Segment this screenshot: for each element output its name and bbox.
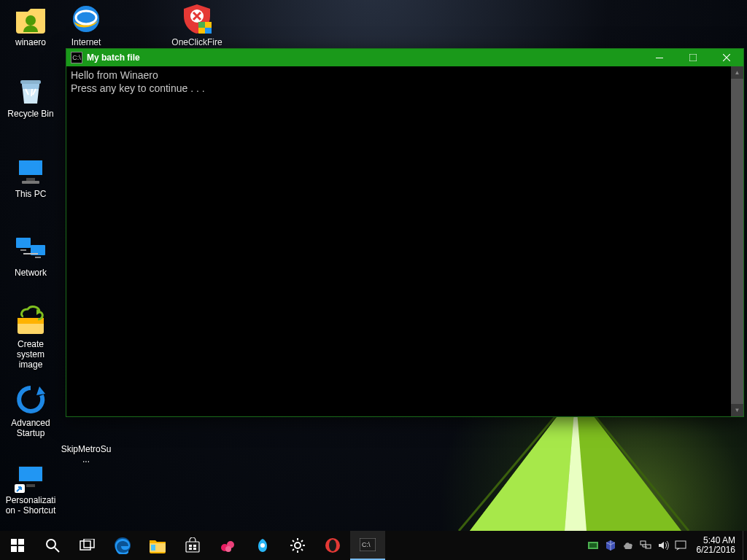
task-view-button[interactable]	[70, 531, 105, 560]
desktop-icon-network[interactable]: Network	[3, 232, 58, 279]
svg-point-47	[260, 543, 265, 548]
svg-rect-65	[676, 541, 686, 548]
console-line: Press any key to continue . . .	[71, 82, 739, 96]
clock-date: 6/21/2016	[697, 545, 735, 555]
svg-rect-43	[193, 548, 196, 550]
svg-rect-27	[689, 54, 697, 61]
svg-point-48	[295, 542, 301, 548]
close-button[interactable]	[710, 49, 743, 66]
tray-onedrive-icon[interactable]	[619, 531, 637, 560]
desktop-icon-label: winaero	[3, 38, 58, 48]
system-tray[interactable]: 5:40 AM 6/21/2016	[584, 531, 747, 560]
svg-rect-38	[151, 545, 155, 551]
svg-point-58	[329, 540, 336, 551]
svg-rect-31	[18, 546, 24, 552]
desktop-icon-recycle-bin[interactable]: Recycle Bin	[3, 73, 58, 120]
scroll-up-arrow[interactable]: ▲	[731, 66, 743, 79]
svg-rect-62	[589, 543, 597, 548]
tray-action-center-icon[interactable]	[672, 531, 689, 560]
svg-rect-5	[20, 80, 41, 84]
taskbar-store[interactable]	[175, 531, 210, 560]
desktop-icon-create-system-image[interactable]: Create system image	[3, 303, 58, 370]
desktop-icon-this-pc[interactable]: This PC	[3, 153, 58, 200]
tray-gpu-icon[interactable]	[584, 531, 602, 560]
svg-rect-10	[16, 238, 31, 248]
svg-line-56	[293, 549, 294, 551]
window-title: My batch file	[87, 52, 140, 63]
console-output[interactable]: Hello from Winaero Press any key to cont…	[66, 66, 743, 416]
command-prompt-window[interactable]: C:\ My batch file Hello from Winaero Pre…	[66, 48, 744, 417]
svg-rect-9	[22, 181, 39, 184]
scroll-track[interactable]	[731, 79, 743, 404]
svg-rect-34	[80, 541, 90, 550]
taskbar-app-pink[interactable]	[210, 531, 245, 560]
svg-rect-13	[35, 257, 41, 258]
user-folder-icon	[13, 1, 48, 36]
desktop-icon-label: SkipMetroSu...	[58, 445, 114, 465]
svg-rect-35	[84, 539, 94, 548]
refresh-icon	[13, 382, 48, 417]
scroll-down-arrow[interactable]: ▼	[731, 404, 743, 416]
minimize-button[interactable]	[643, 49, 676, 66]
svg-point-32	[47, 540, 55, 548]
svg-point-4	[26, 15, 36, 26]
taskbar-edge[interactable]	[105, 531, 140, 560]
svg-line-55	[301, 540, 303, 542]
svg-rect-18	[26, 484, 35, 487]
svg-rect-26	[656, 58, 663, 58]
svg-rect-30	[11, 546, 17, 552]
monitor-shortcut-icon	[13, 459, 48, 494]
start-button[interactable]	[0, 531, 35, 560]
console-line: Hello from Winaero	[71, 69, 739, 82]
svg-rect-40	[189, 545, 192, 547]
svg-rect-8	[26, 178, 35, 181]
taskbar[interactable]: C:\ 5:40 AM 6/21/2016	[0, 531, 747, 560]
taskbar-settings[interactable]	[280, 531, 315, 560]
svg-rect-63	[640, 541, 646, 545]
taskbar-opera[interactable]	[315, 531, 350, 560]
svg-rect-25	[205, 28, 212, 34]
desktop-icon-label: This PC	[3, 190, 58, 200]
svg-line-33	[55, 548, 59, 552]
svg-rect-28	[11, 539, 17, 545]
svg-point-46	[225, 546, 231, 552]
desktop-icon-label: Personalization - Shortcut	[3, 496, 58, 516]
maximize-button[interactable]	[676, 49, 710, 66]
desktop-icon-personalization[interactable]: Personalization - Shortcut	[3, 459, 58, 516]
desktop-icon-label: Create system image	[3, 340, 58, 370]
desktop-icon-label: Internet	[58, 38, 114, 48]
tray-cube-icon[interactable]	[602, 531, 619, 560]
svg-text:C:\: C:\	[362, 541, 371, 548]
desktop-icon-label: Advanced Startup	[3, 419, 58, 439]
tray-volume-icon[interactable]	[654, 531, 672, 560]
svg-rect-39	[186, 542, 199, 552]
svg-rect-12	[20, 249, 26, 251]
network-icon	[13, 232, 48, 267]
tray-network-icon[interactable]	[637, 531, 654, 560]
scroll-thumb[interactable]	[731, 79, 743, 404]
taskbar-app-blue[interactable]	[245, 531, 280, 560]
svg-rect-7	[19, 160, 42, 175]
search-button[interactable]	[35, 531, 70, 560]
taskbar-clock[interactable]: 5:40 AM 6/21/2016	[689, 531, 743, 560]
svg-line-54	[301, 549, 303, 551]
show-desktop-button[interactable]	[743, 531, 747, 560]
ie-icon	[69, 1, 104, 36]
svg-rect-29	[18, 539, 24, 545]
shield-icon	[179, 1, 214, 36]
desktop-icon-advanced-startup[interactable]: Advanced Startup	[3, 382, 58, 439]
taskbar-cmd[interactable]: C:\	[350, 531, 385, 560]
desktop-icon-label: Recycle Bin	[3, 109, 58, 120]
svg-rect-17	[19, 467, 42, 481]
window-titlebar[interactable]: C:\ My batch file	[66, 49, 743, 66]
svg-rect-24	[198, 22, 205, 28]
desktop-icon-label: Network	[3, 268, 58, 279]
desktop-icon-internet-explorer[interactable]: Internet	[58, 1, 114, 48]
vertical-scrollbar[interactable]: ▲ ▼	[731, 66, 743, 416]
taskbar-file-explorer[interactable]	[140, 531, 175, 560]
desktop-icon-winaero[interactable]: winaero	[3, 1, 58, 48]
backup-icon	[13, 303, 48, 338]
svg-line-53	[293, 540, 294, 542]
recycle-bin-icon	[13, 73, 48, 108]
svg-rect-42	[189, 548, 192, 550]
